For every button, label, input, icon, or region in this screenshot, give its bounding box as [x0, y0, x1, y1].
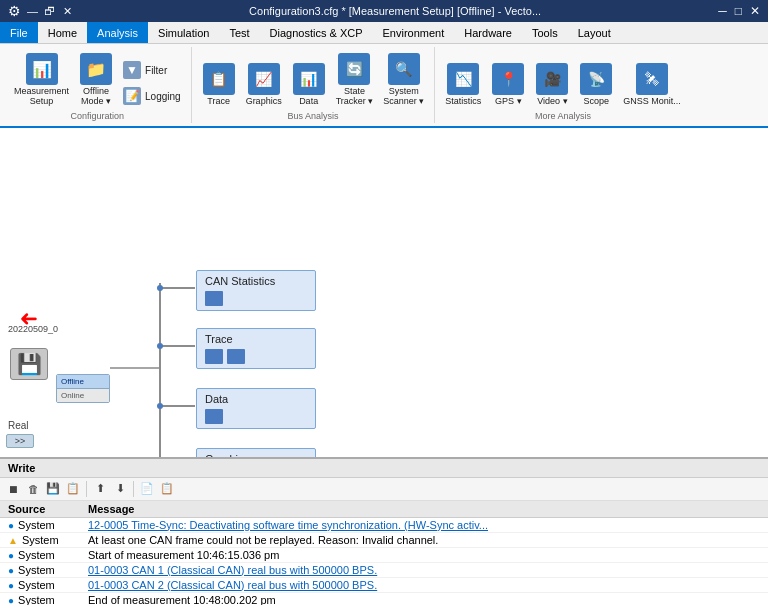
state-tracker-button[interactable]: 🔄 StateTracker ▾ — [332, 49, 378, 109]
gnss-monitor-button[interactable]: 🛰 GNSS Monit... — [619, 59, 685, 109]
bus-analysis-group-label: Bus Analysis — [287, 111, 338, 121]
menu-analysis[interactable]: Analysis — [87, 22, 148, 43]
menu-test[interactable]: Test — [219, 22, 259, 43]
row-message: At least one CAN frame could not be repl… — [80, 532, 768, 547]
filter-button[interactable]: ▼ Filter — [119, 59, 185, 83]
statistics-button[interactable]: 📉 Statistics — [441, 59, 485, 109]
scope-button[interactable]: 📡 Scope — [575, 59, 617, 109]
restore-btn[interactable]: 🗗 — [44, 5, 55, 17]
win-min[interactable]: ─ — [718, 4, 727, 18]
menu-tools[interactable]: Tools — [522, 22, 568, 43]
row-message[interactable]: 12-0005 Time-Sync: Deactivating software… — [80, 517, 768, 532]
msg-icon: ● — [8, 565, 14, 576]
close-btn[interactable]: ✕ — [63, 5, 72, 18]
titlebar: ⚙ — 🗗 ✕ Configuration3.cfg * [Measuremen… — [0, 0, 768, 22]
filter-label: Filter — [145, 65, 167, 76]
graphics-button[interactable]: 📈 Graphics — [242, 59, 286, 109]
gps-icon: 📍 — [492, 63, 524, 95]
msg-link[interactable]: 01-0003 CAN 2 (Classical CAN) real bus w… — [88, 579, 377, 591]
stop-button[interactable]: ⏹ — [4, 480, 22, 498]
row-source: ●System — [0, 517, 80, 532]
offline-mode-button[interactable]: 📁 OfflineMode ▾ — [75, 49, 117, 109]
expand-button[interactable]: >> — [6, 434, 34, 448]
menu-file[interactable]: File — [0, 22, 38, 43]
down-button[interactable]: ⬇ — [111, 480, 129, 498]
menubar: File Home Analysis Simulation Test Diagn… — [0, 22, 768, 44]
left-device[interactable]: 💾 — [10, 348, 48, 380]
trace-icon1 — [205, 349, 223, 364]
state-tracker-label: StateTracker ▾ — [336, 87, 374, 107]
trace-icon: 📋 — [203, 63, 235, 95]
clear-button[interactable]: 🗑 — [24, 480, 42, 498]
video-button[interactable]: 🎥 Video ▾ — [531, 59, 573, 109]
window-controls: ─ □ ✕ — [718, 4, 760, 18]
online-option[interactable]: Online — [57, 389, 109, 402]
msg-link[interactable]: 01-0003 CAN 1 (Classical CAN) real bus w… — [88, 564, 377, 576]
main-canvas: ➜ 20220509_0 💾 Offline Online Real >> CA… — [0, 128, 768, 457]
row-message[interactable]: 01-0003 CAN 2 (Classical CAN) real bus w… — [80, 577, 768, 592]
statistics-icon: 📉 — [447, 63, 479, 95]
trace-node[interactable]: Trace — [196, 328, 316, 369]
statistics-label: Statistics — [445, 97, 481, 107]
win-max[interactable]: □ — [735, 4, 742, 18]
toolbar-sep2 — [133, 481, 134, 497]
menu-hardware[interactable]: Hardware — [454, 22, 522, 43]
row-message[interactable]: 01-0003 CAN 1 (Classical CAN) real bus w… — [80, 562, 768, 577]
minimize-btn[interactable]: — — [27, 5, 38, 17]
row-source: ●System — [0, 547, 80, 562]
menu-environment[interactable]: Environment — [373, 22, 455, 43]
offline-online-toggle[interactable]: Offline Online — [56, 374, 110, 403]
gps-label: GPS ▾ — [495, 97, 522, 107]
graphics-label: Graphics — [246, 97, 282, 107]
configuration-buttons: 📊 MeasurementSetup 📁 OfflineMode ▾ ▼ Fil… — [10, 49, 185, 109]
menu-home[interactable]: Home — [38, 22, 87, 43]
msg-icon: ● — [8, 550, 14, 561]
list-button[interactable]: 📋 — [158, 480, 176, 498]
copy-button[interactable]: 📋 — [64, 480, 82, 498]
can-statistics-node[interactable]: CAN Statistics — [196, 270, 316, 311]
row-source: ●System — [0, 592, 80, 605]
table-row: ●System12-0005 Time-Sync: Deactivating s… — [0, 517, 768, 532]
gnss-monitor-label: GNSS Monit... — [623, 97, 681, 107]
system-scanner-button[interactable]: 🔍 SystemScanner ▾ — [379, 49, 428, 109]
trace-label: Trace — [207, 97, 230, 107]
data-button[interactable]: 📊 Data — [288, 59, 330, 109]
scope-label: Scope — [584, 97, 610, 107]
table-row: ●SystemEnd of measurement 10:48:00.202 p… — [0, 592, 768, 605]
menu-diagnostics[interactable]: Diagnostics & XCP — [260, 22, 373, 43]
msg-link[interactable]: 12-0005 Time-Sync: Deactivating software… — [88, 519, 488, 531]
menu-layout[interactable]: Layout — [568, 22, 621, 43]
trace-button[interactable]: 📋 Trace — [198, 59, 240, 109]
measurement-setup-button[interactable]: 📊 MeasurementSetup — [10, 49, 73, 109]
logging-icon: 📝 — [123, 87, 141, 105]
data-node[interactable]: Data — [196, 388, 316, 429]
win-close[interactable]: ✕ — [750, 4, 760, 18]
col-message: Message — [80, 501, 768, 518]
gps-button[interactable]: 📍 GPS ▾ — [487, 59, 529, 109]
filter-icon: ▼ — [123, 61, 141, 79]
up-button[interactable]: ⬆ — [91, 480, 109, 498]
table-row: ●System01-0003 CAN 1 (Classical CAN) rea… — [0, 562, 768, 577]
ribbon-group-more-analysis: 📉 Statistics 📍 GPS ▾ 🎥 Video ▾ 📡 Scope 🛰 — [435, 47, 691, 123]
measurement-setup-label: MeasurementSetup — [14, 87, 69, 107]
write-header: Write — [0, 459, 768, 478]
write-title: Write — [8, 462, 35, 474]
more-analysis-buttons: 📉 Statistics 📍 GPS ▾ 🎥 Video ▾ 📡 Scope 🛰 — [441, 49, 685, 109]
menu-simulation[interactable]: Simulation — [148, 22, 219, 43]
data-node-title: Data — [205, 393, 307, 405]
offline-option[interactable]: Offline — [57, 375, 109, 389]
row-source: ●System — [0, 577, 80, 592]
page-button[interactable]: 📄 — [138, 480, 156, 498]
msg-icon: ▲ — [8, 535, 18, 546]
logging-label: Logging — [145, 91, 181, 102]
measurement-setup-icon: 📊 — [26, 53, 58, 85]
bus-analysis-buttons: 📋 Trace 📈 Graphics 📊 Data 🔄 StateTracker… — [198, 49, 429, 109]
can-statistics-title: CAN Statistics — [205, 275, 307, 287]
data-icon1 — [205, 409, 223, 424]
logging-button[interactable]: 📝 Logging — [119, 85, 185, 109]
save-button[interactable]: 💾 — [44, 480, 62, 498]
graphics-node[interactable]: Graphics — [196, 448, 316, 457]
write-panel: Write ⏹ 🗑 💾 📋 ⬆ ⬇ 📄 📋 Source Message ●Sy… — [0, 457, 768, 605]
title-text: Configuration3.cfg * [Measurement Setup]… — [72, 5, 718, 17]
table-row: ●System01-0003 CAN 2 (Classical CAN) rea… — [0, 577, 768, 592]
